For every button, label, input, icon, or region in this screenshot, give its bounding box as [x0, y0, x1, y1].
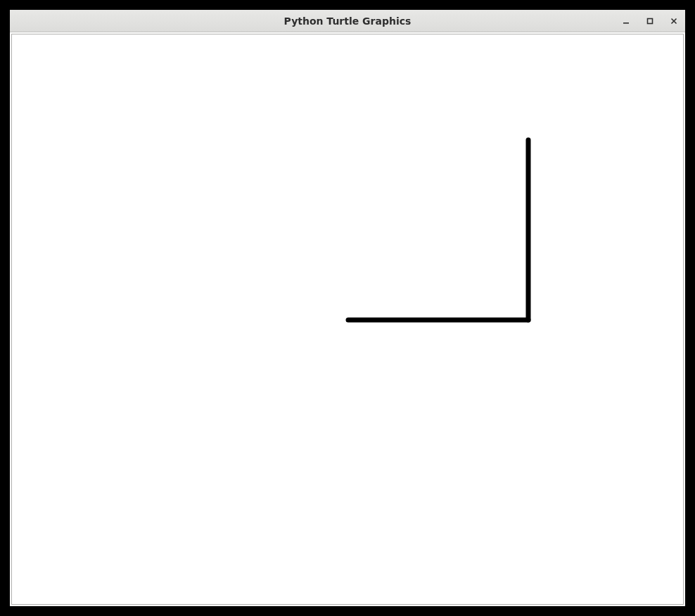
minimize-button[interactable]	[619, 14, 633, 28]
window-frame: Python Turtle Graphics	[10, 10, 685, 606]
titlebar[interactable]: Python Turtle Graphics	[10, 10, 685, 32]
minimize-icon	[623, 18, 630, 25]
close-icon	[670, 18, 677, 25]
maximize-icon	[646, 18, 653, 25]
window-controls	[619, 10, 681, 32]
close-button[interactable]	[667, 14, 681, 28]
svg-rect-0	[623, 23, 629, 24]
svg-rect-1	[648, 18, 653, 23]
turtle-canvas	[12, 34, 683, 604]
maximize-button[interactable]	[643, 14, 657, 28]
canvas-area	[11, 34, 684, 605]
window-title: Python Turtle Graphics	[10, 15, 685, 27]
